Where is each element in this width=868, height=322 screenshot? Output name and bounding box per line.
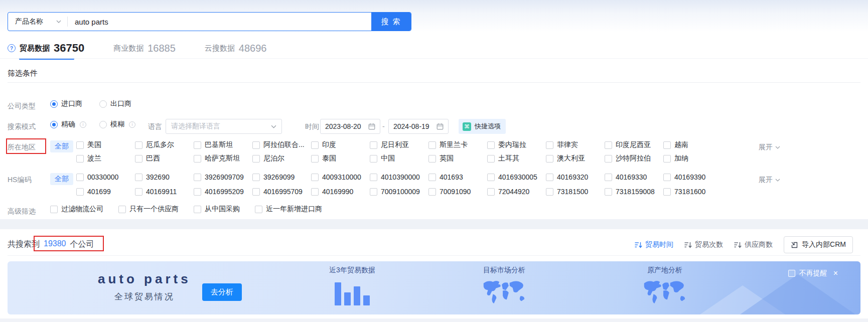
start-date-picker[interactable]: 2023-08-20 (320, 119, 380, 134)
checkbox-icon[interactable] (428, 155, 436, 163)
checkbox-icon[interactable] (546, 174, 553, 181)
hs-code-all-button[interactable]: 全部 (50, 173, 73, 185)
checkbox-icon[interactable] (194, 188, 201, 196)
region-checkbox[interactable]: 越南 (663, 140, 722, 149)
hs-code-checkbox[interactable]: 401693 (428, 173, 487, 181)
checkbox-icon[interactable] (135, 155, 142, 163)
checkbox-icon[interactable] (252, 174, 260, 181)
region-checkbox[interactable]: 尼泊尔 (252, 154, 311, 163)
info-icon[interactable]: i (80, 121, 86, 128)
checkbox-icon[interactable] (487, 174, 495, 181)
help-icon[interactable]: ? (8, 44, 16, 52)
checkbox-icon[interactable] (663, 174, 671, 181)
checkbox-icon[interactable] (118, 206, 126, 213)
advanced-filter-checkbox[interactable]: 只有一个供应商 (118, 205, 179, 214)
region-checkbox[interactable]: 美国 (76, 140, 135, 149)
hs-code-checkbox[interactable]: 7009100009 (370, 188, 428, 196)
hs-code-checkbox[interactable]: 72044920 (487, 188, 546, 196)
checkbox-icon[interactable] (194, 141, 201, 149)
hs-code-checkbox[interactable]: 40169330 (605, 173, 663, 181)
checkbox-icon[interactable] (663, 188, 671, 196)
region-checkbox[interactable]: 印度 (311, 140, 370, 149)
checkbox-icon[interactable] (311, 174, 319, 181)
checkbox-icon[interactable] (546, 141, 553, 149)
checkbox-icon[interactable] (76, 188, 84, 196)
info-icon[interactable]: i (129, 121, 135, 128)
checkbox-icon[interactable] (428, 174, 436, 181)
hs-code-checkbox[interactable]: 39269099 (252, 173, 311, 181)
checkbox-icon[interactable] (76, 141, 84, 149)
checkbox-icon[interactable] (546, 188, 553, 196)
checkbox-icon[interactable] (252, 141, 260, 149)
tab-trade-data[interactable]: ? 贸易数据 36750 (8, 38, 84, 58)
advanced-filter-checkbox[interactable]: 过滤物流公司 (50, 205, 103, 214)
advanced-filter-checkbox[interactable]: 从中国采购 (194, 205, 240, 214)
hs-code-checkbox[interactable]: 40169990 (311, 188, 370, 196)
hs-code-checkbox[interactable]: 73181600 (663, 188, 722, 196)
checkbox-icon[interactable] (605, 155, 612, 163)
checkbox-icon[interactable] (487, 141, 495, 149)
search-input[interactable] (68, 18, 371, 26)
checkbox-icon[interactable] (252, 188, 260, 196)
radio-selected-icon[interactable] (50, 100, 58, 108)
region-checkbox[interactable]: 加纳 (663, 154, 722, 163)
checkbox-icon[interactable] (311, 141, 319, 149)
region-checkbox[interactable]: 英国 (428, 154, 487, 163)
checkbox-icon[interactable] (605, 141, 612, 149)
close-icon[interactable]: × (833, 269, 838, 278)
region-checkbox[interactable]: 哈萨克斯坦 (194, 154, 252, 163)
checkbox-icon[interactable] (605, 174, 612, 181)
checkbox-icon[interactable] (546, 155, 553, 163)
checkbox-icon[interactable] (76, 155, 84, 163)
hs-code-checkbox[interactable]: 73181500 (546, 188, 605, 196)
hs-code-checkbox[interactable]: 40169911 (135, 188, 194, 196)
hs-code-checkbox[interactable]: 40169320 (546, 173, 605, 181)
region-checkbox[interactable]: 波兰 (76, 154, 135, 163)
region-checkbox[interactable]: 菲律宾 (546, 140, 605, 149)
checkbox-icon[interactable] (194, 174, 201, 181)
radio-selected-icon[interactable] (50, 121, 58, 128)
hs-code-checkbox[interactable]: 3926909709 (194, 173, 252, 181)
radio-fuzzy-mode[interactable]: 模糊 i (99, 120, 135, 129)
checkbox-icon[interactable] (50, 206, 58, 213)
region-checkbox[interactable]: 中国 (370, 154, 428, 163)
checkbox-icon[interactable] (370, 155, 377, 163)
region-checkbox[interactable]: 巴西 (135, 154, 194, 163)
checkbox-icon[interactable] (311, 155, 319, 163)
region-checkbox[interactable]: 尼日利亚 (370, 140, 428, 149)
region-checkbox[interactable]: 斯里兰卡 (428, 140, 487, 149)
hs-code-checkbox[interactable]: 4016995209 (194, 188, 252, 196)
search-button[interactable]: 搜 索 (371, 13, 411, 31)
radio-exact-mode[interactable]: 精确 i (50, 120, 86, 129)
checkbox-icon[interactable] (487, 155, 495, 163)
tab-cloud-search-data[interactable]: 云搜数据 48696 (205, 38, 267, 58)
checkbox-icon[interactable] (194, 155, 201, 163)
checkbox-icon[interactable] (370, 141, 377, 149)
checkbox-icon[interactable] (135, 174, 142, 181)
end-date-picker[interactable]: 2024-08-19 (388, 119, 449, 134)
checkbox-icon[interactable] (76, 174, 84, 181)
checkbox-icon[interactable] (194, 206, 201, 213)
checkbox-icon[interactable] (370, 188, 377, 196)
hs-code-expand-link[interactable]: 展开 (759, 176, 780, 185)
hs-code-checkbox[interactable]: 00330000 (76, 173, 135, 181)
checkbox-icon[interactable] (311, 188, 319, 196)
checkbox-icon[interactable] (428, 188, 436, 196)
checkbox-icon[interactable] (255, 206, 262, 213)
sort-trade-count[interactable]: 贸易次数 (684, 240, 723, 249)
search-category-select[interactable]: 产品名称 (8, 13, 67, 31)
hs-code-checkbox[interactable]: 7318159008 (605, 188, 663, 196)
region-checkbox[interactable]: 泰国 (311, 154, 370, 163)
radio-unselected-icon[interactable] (99, 121, 107, 128)
hs-code-checkbox[interactable]: 4009310000 (311, 173, 370, 181)
analyze-button[interactable]: 去分析 (202, 283, 242, 301)
checkbox-icon[interactable] (663, 155, 671, 163)
hs-code-checkbox[interactable]: 4010390000 (370, 173, 428, 181)
checkbox-icon[interactable] (605, 188, 612, 196)
hs-code-checkbox[interactable]: 40169390 (663, 173, 722, 181)
hs-code-checkbox[interactable]: 70091090 (428, 188, 487, 196)
radio-exporter[interactable]: 出口商 (99, 99, 131, 108)
checkbox-icon[interactable] (135, 188, 142, 196)
checkbox-icon[interactable] (252, 155, 260, 163)
region-checkbox[interactable]: 澳大利亚 (546, 154, 605, 163)
